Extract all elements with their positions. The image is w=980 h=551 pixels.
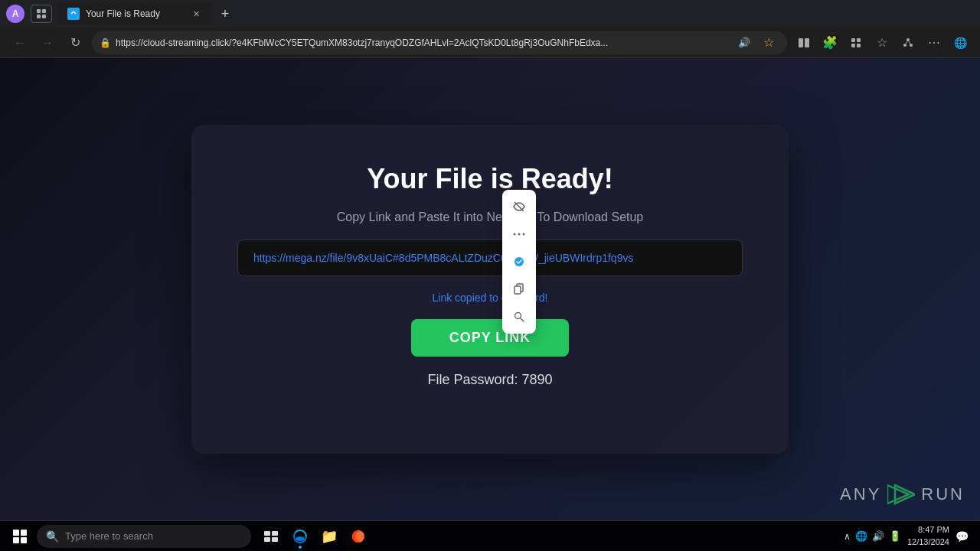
svg-marker-26 bbox=[895, 485, 915, 504]
back-button[interactable]: ← bbox=[9, 32, 31, 54]
notification-center-button[interactable]: 💬 bbox=[956, 530, 968, 543]
svg-line-14 bbox=[905, 40, 908, 45]
favorites-button[interactable]: ☆ bbox=[758, 32, 779, 54]
svg-point-18 bbox=[518, 233, 521, 236]
watermark-text-any: ANY bbox=[840, 484, 881, 504]
settings-button[interactable]: ⋯ bbox=[923, 32, 945, 54]
svg-point-19 bbox=[523, 233, 525, 236]
svg-rect-9 bbox=[851, 44, 855, 47]
svg-rect-5 bbox=[799, 38, 803, 47]
svg-rect-6 bbox=[805, 38, 809, 47]
svg-rect-3 bbox=[42, 15, 46, 18]
svg-rect-27 bbox=[264, 531, 270, 536]
svg-rect-29 bbox=[264, 537, 270, 542]
tab-favicon bbox=[67, 8, 80, 20]
watermark-text-run: RUN bbox=[921, 484, 965, 504]
refresh-button[interactable]: ↻ bbox=[64, 32, 86, 54]
svg-rect-2 bbox=[37, 15, 41, 18]
context-menu-hide[interactable] bbox=[502, 193, 536, 220]
tab-close-button[interactable]: ✕ bbox=[190, 8, 202, 20]
taskbar: 🔍 Type here to search 📁 ∧ 🌐 🔊 🔋 bbox=[0, 520, 980, 551]
taskbar-date: 12/13/2024 bbox=[907, 536, 949, 548]
taskbar-clock[interactable]: 8:47 PM 12/13/2024 bbox=[907, 524, 949, 548]
svg-rect-30 bbox=[272, 537, 278, 542]
taskbar-sys-icons: ∧ 🌐 🔊 🔋 bbox=[844, 530, 901, 542]
extensions-button[interactable]: 🧩 bbox=[819, 32, 841, 54]
taskbar-file-explorer[interactable]: 📁 bbox=[315, 523, 343, 550]
browser-collections-button[interactable] bbox=[897, 32, 919, 54]
tab-bar: A Your File is Ready ✕ + bbox=[0, 0, 980, 28]
battery-icon: 🔋 bbox=[889, 530, 901, 542]
page-content: Your File is Ready! Copy Link and Paste … bbox=[0, 58, 980, 520]
favorites-sidebar-button[interactable]: ☆ bbox=[871, 32, 893, 54]
svg-line-15 bbox=[908, 40, 911, 45]
taskbar-search-placeholder: Type here to search bbox=[65, 530, 153, 542]
taskbar-right: ∧ 🌐 🔊 🔋 8:47 PM 12/13/2024 💬 bbox=[844, 524, 974, 548]
svg-rect-0 bbox=[37, 9, 41, 13]
network-icon[interactable]: 🌐 bbox=[855, 530, 867, 542]
taskbar-time: 8:47 PM bbox=[907, 524, 949, 536]
taskbar-edge[interactable] bbox=[286, 523, 314, 550]
link-text[interactable]: https://mega.nz/file/9v8xUaiC#8d5PMB8cAL… bbox=[253, 252, 633, 264]
svg-rect-7 bbox=[851, 38, 855, 42]
toolbar: ← → ↻ 🔒 🔊 ☆ 🧩 ☆ ⋯ 🌐 bbox=[0, 28, 980, 58]
context-menu-ask[interactable] bbox=[502, 248, 536, 276]
card-subtitle: Copy Link and Paste It into New Tab To D… bbox=[337, 210, 644, 224]
address-bar-actions: 🔊 ☆ bbox=[733, 32, 779, 54]
link-box: https://mega.nz/file/9v8xUaiC#8d5PMB8cAL… bbox=[237, 240, 743, 276]
taskbar-search[interactable]: 🔍 Type here to search bbox=[37, 525, 251, 548]
context-menu-search[interactable] bbox=[502, 303, 536, 331]
forward-button[interactable]: → bbox=[37, 32, 58, 54]
file-password: File Password: 7890 bbox=[427, 372, 552, 388]
copy-link-button[interactable]: COPY LINK bbox=[411, 319, 570, 357]
taskbar-taskview[interactable] bbox=[257, 523, 285, 550]
svg-point-31 bbox=[296, 536, 305, 541]
svg-rect-28 bbox=[272, 531, 278, 536]
toolbar-right: 🧩 ☆ ⋯ 🌐 bbox=[793, 32, 971, 54]
context-menu bbox=[502, 190, 536, 334]
volume-icon[interactable]: 🔊 bbox=[872, 530, 884, 542]
svg-marker-25 bbox=[887, 485, 909, 504]
copilot-button[interactable]: 🌐 bbox=[949, 32, 971, 54]
taskbar-firefox[interactable] bbox=[345, 523, 372, 550]
new-tab-button[interactable]: + bbox=[214, 3, 236, 24]
watermark-logo-icon bbox=[887, 484, 915, 505]
taskbar-apps: 📁 bbox=[257, 523, 372, 550]
svg-rect-1 bbox=[42, 9, 46, 13]
profile-icon[interactable]: A bbox=[6, 5, 24, 23]
svg-point-23 bbox=[515, 313, 521, 319]
address-bar[interactable] bbox=[116, 37, 729, 48]
svg-line-24 bbox=[521, 318, 524, 321]
svg-rect-10 bbox=[857, 44, 861, 47]
tab-switcher[interactable] bbox=[31, 5, 52, 23]
split-screen-button[interactable] bbox=[793, 32, 815, 54]
tab-title: Your File is Ready bbox=[86, 8, 184, 19]
lock-icon: 🔒 bbox=[100, 37, 111, 48]
context-menu-copy[interactable] bbox=[502, 276, 536, 303]
start-button[interactable] bbox=[6, 523, 34, 550]
collections-button[interactable] bbox=[845, 32, 867, 54]
browser-chrome: A Your File is Ready ✕ + ← → ↻ 🔒 🔊 ☆ bbox=[0, 0, 980, 58]
card-title: Your File is Ready! bbox=[367, 163, 612, 195]
main-card: Your File is Ready! Copy Link and Paste … bbox=[191, 125, 789, 454]
chevron-up-icon[interactable]: ∧ bbox=[844, 531, 851, 542]
address-bar-container: 🔒 🔊 ☆ bbox=[92, 31, 787, 54]
svg-rect-8 bbox=[857, 38, 861, 42]
svg-rect-22 bbox=[514, 286, 521, 294]
active-tab[interactable]: Your File is Ready ✕ bbox=[58, 2, 211, 25]
svg-point-17 bbox=[514, 233, 516, 236]
watermark: ANY RUN bbox=[840, 484, 965, 505]
taskbar-search-icon: 🔍 bbox=[46, 530, 59, 543]
context-menu-more[interactable] bbox=[502, 220, 536, 248]
read-aloud-button[interactable]: 🔊 bbox=[733, 32, 755, 54]
